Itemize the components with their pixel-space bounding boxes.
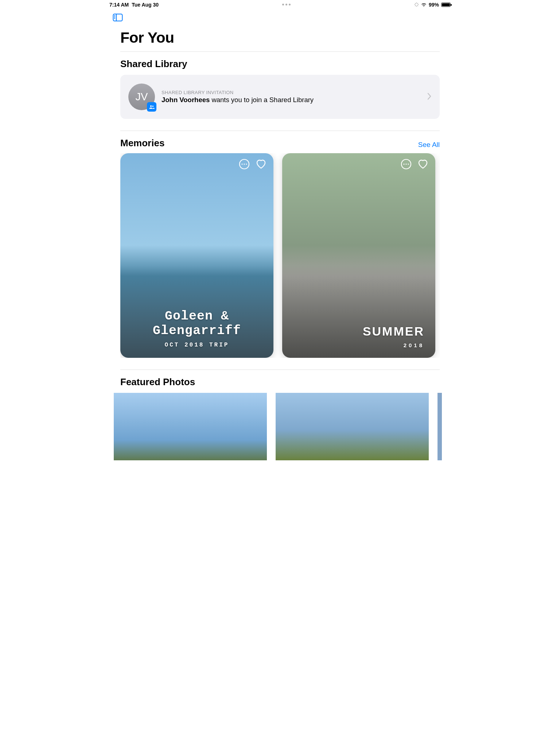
status-time: 7:14 AM xyxy=(109,2,129,8)
invite-eyebrow: SHARED LIBRARY INVITATION xyxy=(162,90,421,95)
svg-point-21 xyxy=(405,163,407,165)
svg-line-2 xyxy=(415,3,416,4)
shared-library-badge-icon xyxy=(147,102,156,112)
memory-card[interactable]: Goleen & Glengarriff OCT 2018 TRIP xyxy=(120,153,273,358)
memory-title: SUMMER xyxy=(293,324,424,338)
svg-point-20 xyxy=(403,163,404,165)
chevron-right-icon xyxy=(427,93,432,101)
shared-library-heading: Shared Library xyxy=(120,58,187,70)
svg-point-17 xyxy=(244,163,245,165)
featured-photo[interactable] xyxy=(276,393,429,460)
battery-percent: 99% xyxy=(429,2,439,8)
favorite-button[interactable] xyxy=(255,158,267,170)
svg-point-16 xyxy=(241,163,242,165)
see-all-button[interactable]: See All xyxy=(418,141,440,149)
status-bar: 7:14 AM Tue Aug 30 99% xyxy=(105,0,455,8)
featured-photo[interactable] xyxy=(438,393,442,460)
status-date: Tue Aug 30 xyxy=(132,2,159,8)
memory-card[interactable]: SUMMER 2018 xyxy=(282,153,435,358)
featured-photos-row[interactable] xyxy=(105,393,455,460)
featured-photos-heading: Featured Photos xyxy=(120,376,195,388)
multitasking-dots[interactable] xyxy=(282,4,291,5)
page-title: For You xyxy=(120,29,440,46)
svg-line-7 xyxy=(417,3,418,4)
svg-line-3 xyxy=(417,5,418,6)
memories-heading: Memories xyxy=(120,138,164,149)
more-options-button[interactable] xyxy=(400,158,412,170)
svg-point-13 xyxy=(150,105,152,107)
svg-rect-8 xyxy=(113,14,122,21)
more-options-button[interactable] xyxy=(238,158,250,170)
memory-title: Goleen & Glengarriff xyxy=(131,309,262,338)
svg-point-18 xyxy=(246,163,247,165)
loading-icon xyxy=(414,2,419,7)
svg-point-14 xyxy=(152,106,153,107)
svg-point-22 xyxy=(408,163,409,165)
battery-icon xyxy=(441,3,451,7)
sidebar-toggle-button[interactable] xyxy=(112,13,123,22)
featured-photo[interactable] xyxy=(114,393,267,460)
favorite-button[interactable] xyxy=(417,158,429,170)
invite-text: John Voorhees wants you to join a Shared… xyxy=(162,96,421,104)
memories-row[interactable]: Goleen & Glengarriff OCT 2018 TRIP SUMME… xyxy=(120,153,440,358)
wifi-icon xyxy=(421,3,427,7)
memory-subtitle: OCT 2018 TRIP xyxy=(131,342,262,348)
svg-line-6 xyxy=(415,5,416,6)
shared-library-invite-card[interactable]: JV SHARED LIBRARY INVITATION John Voorhe… xyxy=(120,75,440,119)
memory-subtitle: 2018 xyxy=(293,342,424,348)
